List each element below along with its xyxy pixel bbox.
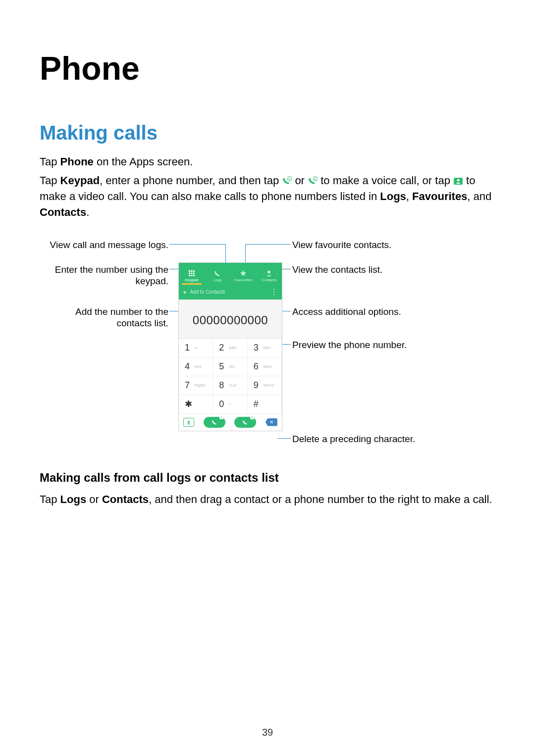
text: .: [86, 206, 89, 218]
svg-point-5: [457, 179, 459, 182]
key-4[interactable]: 4GHI: [179, 357, 213, 376]
key-8[interactable]: 8TUV: [213, 376, 247, 395]
add-to-contacts-bar: + Add to Contacts ⋮: [179, 285, 282, 300]
backspace-button[interactable]: ✕: [266, 418, 277, 426]
phone-bold: Phone: [60, 155, 94, 168]
subsection-para: Tap Logs or Contacts, and then drag a co…: [40, 492, 495, 507]
tab-contacts[interactable]: Contacts: [256, 270, 282, 284]
svg-rect-14: [193, 275, 195, 276]
text: on the Apps screen.: [94, 155, 193, 168]
key-2[interactable]: 2ABC: [213, 339, 247, 357]
contacts-bold: Contacts: [40, 206, 86, 218]
leader: [225, 244, 226, 264]
svg-rect-13: [191, 275, 193, 276]
call-sim2-button[interactable]: 2: [234, 417, 256, 428]
text: Tap: [40, 174, 60, 187]
page-title: Phone: [40, 50, 495, 87]
tab-label: Keypad: [185, 278, 198, 282]
subsection-heading: Making calls from call logs or contacts …: [40, 471, 495, 485]
action-row: 1 2 ✕: [179, 414, 282, 431]
leader: [245, 244, 291, 245]
svg-rect-7: [191, 270, 193, 272]
text: , enter a phone number, and then tap: [100, 174, 282, 187]
sim-badge: 2: [250, 415, 254, 419]
tab-favourites[interactable]: Favourites: [230, 270, 256, 284]
more-options-icon[interactable]: ⋮: [270, 290, 278, 295]
tab-bar: Keypad Logs Favourites Contacts: [179, 263, 282, 285]
text: , and: [467, 190, 491, 202]
intro-para-1: Tap Phone on the Apps screen.: [40, 154, 495, 170]
key-hash[interactable]: #: [248, 395, 282, 414]
key-3[interactable]: 3DEF: [248, 339, 282, 357]
add-to-contacts-label[interactable]: Add to Contacts: [190, 289, 225, 295]
callout-contacts-list: View the contacts list.: [292, 264, 441, 276]
callout-add-contact: Add the number to the contacts list.: [40, 306, 168, 330]
intro-para-2: Tap Keypad, enter a phone number, and th…: [40, 173, 495, 220]
call-sim1-icon: 1: [282, 176, 292, 186]
callout-keypad: Enter the number using the keypad.: [40, 264, 168, 288]
callout-favourites: View favourite contacts.: [292, 239, 441, 251]
number-display: 00000000000: [179, 300, 282, 338]
svg-point-16: [188, 421, 190, 423]
key-7[interactable]: 7PQRS: [179, 376, 213, 395]
key-star[interactable]: ✱: [179, 395, 213, 414]
text: Tap: [40, 493, 60, 505]
video-call-button[interactable]: [183, 418, 194, 427]
text: to make a voice call, or tap: [321, 174, 453, 187]
svg-rect-8: [193, 270, 195, 272]
keypad-icon: [188, 270, 195, 277]
phone-figure: View call and message logs. Enter the nu…: [40, 235, 495, 453]
sim-badge: 1: [219, 415, 223, 419]
leader: [169, 244, 225, 245]
call-sim1-button[interactable]: 1: [204, 417, 225, 428]
text: ,: [406, 190, 412, 202]
keypad-bold: Keypad: [60, 174, 100, 187]
phone-icon: [214, 270, 221, 277]
tab-logs[interactable]: Logs: [205, 270, 230, 284]
video-call-icon: [453, 176, 463, 186]
svg-rect-11: [193, 272, 195, 274]
callout-delete: Delete a preceding character.: [292, 433, 441, 445]
contacts-bold: Contacts: [102, 493, 149, 505]
leader: [245, 244, 246, 264]
svg-rect-9: [189, 272, 190, 274]
call-sim2-icon: 2: [308, 176, 318, 186]
svg-rect-6: [189, 270, 190, 272]
text: or: [295, 174, 308, 187]
key-1[interactable]: 1∞: [179, 339, 213, 357]
svg-rect-10: [191, 272, 193, 274]
tab-keypad[interactable]: Keypad: [179, 270, 205, 284]
callout-logs: View call and message logs.: [40, 239, 168, 251]
text: , and then drag a contact or a phone num…: [149, 493, 492, 505]
leader: [277, 438, 291, 439]
logs-bold: Logs: [380, 190, 406, 202]
person-icon: [266, 270, 272, 277]
key-9[interactable]: 9WXYZ: [248, 376, 282, 395]
svg-point-15: [268, 270, 270, 273]
plus-icon[interactable]: +: [183, 288, 187, 296]
key-6[interactable]: 6MNO: [248, 357, 282, 376]
svg-rect-12: [189, 275, 190, 276]
key-0[interactable]: 0+: [213, 395, 247, 414]
text: or: [86, 493, 102, 505]
favourites-bold: Favourites: [412, 190, 467, 202]
section-heading: Making calls: [40, 122, 495, 144]
keypad: 1∞ 2ABC 3DEF 4GHI 5JKL 6MNO 7PQRS 8TUV 9…: [179, 339, 282, 414]
tab-label: Favourites: [234, 278, 252, 282]
text: Tap: [40, 155, 60, 168]
phone-mock: Keypad Logs Favourites Contacts + Add to…: [178, 262, 282, 431]
logs-bold: Logs: [60, 493, 87, 505]
star-icon: [240, 270, 247, 277]
callout-more-options: Access additional options.: [292, 306, 441, 318]
tab-label: Contacts: [261, 278, 277, 282]
tab-label: Logs: [213, 278, 221, 282]
page-number: 39: [0, 727, 535, 738]
key-5[interactable]: 5JKL: [213, 357, 247, 376]
callout-number-preview: Preview the phone number.: [292, 339, 441, 351]
